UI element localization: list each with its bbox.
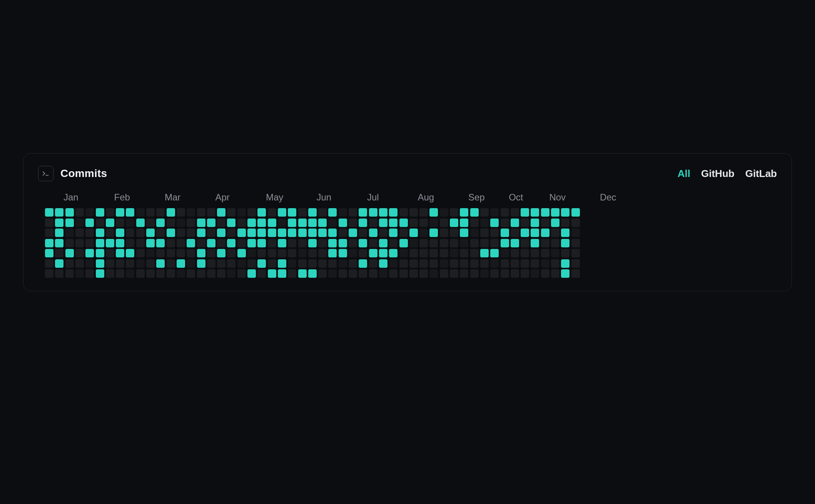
heatmap-cell[interactable] xyxy=(561,219,569,227)
heatmap-cell[interactable] xyxy=(511,239,519,247)
heatmap-cell[interactable] xyxy=(55,208,63,217)
filter-tab-gitlab[interactable]: GitLab xyxy=(745,168,777,180)
heatmap-cell[interactable] xyxy=(207,249,215,257)
heatmap-cell[interactable] xyxy=(96,239,104,247)
heatmap-cell[interactable] xyxy=(136,239,145,247)
heatmap-cell[interactable] xyxy=(167,259,175,268)
heatmap-cell[interactable] xyxy=(156,239,165,247)
heatmap-cell[interactable] xyxy=(187,249,195,257)
heatmap-cell[interactable] xyxy=(268,249,276,257)
heatmap-cell[interactable] xyxy=(308,229,317,237)
heatmap-cell[interactable] xyxy=(450,219,458,227)
heatmap-cell[interactable] xyxy=(197,249,205,257)
heatmap-cell[interactable] xyxy=(106,239,114,247)
heatmap-cell[interactable] xyxy=(389,219,397,227)
heatmap-cell[interactable] xyxy=(429,259,438,268)
heatmap-cell[interactable] xyxy=(268,208,276,217)
heatmap-cell[interactable] xyxy=(126,208,134,217)
heatmap-cell[interactable] xyxy=(551,269,559,278)
heatmap-cell[interactable] xyxy=(561,259,569,268)
heatmap-cell[interactable] xyxy=(501,259,509,268)
heatmap-cell[interactable] xyxy=(389,208,397,217)
heatmap-cell[interactable] xyxy=(156,259,165,268)
contribution-heatmap[interactable] xyxy=(45,208,781,278)
heatmap-cell[interactable] xyxy=(227,208,235,217)
heatmap-cell[interactable] xyxy=(288,249,296,257)
heatmap-cell[interactable] xyxy=(116,229,124,237)
heatmap-cell[interactable] xyxy=(197,229,205,237)
heatmap-cell[interactable] xyxy=(55,219,63,227)
heatmap-cell[interactable] xyxy=(278,229,286,237)
heatmap-cell[interactable] xyxy=(247,249,256,257)
heatmap-cell[interactable] xyxy=(227,239,235,247)
heatmap-cell[interactable] xyxy=(85,219,94,227)
heatmap-cell[interactable] xyxy=(278,219,286,227)
heatmap-cell[interactable] xyxy=(409,229,418,237)
heatmap-cell[interactable] xyxy=(65,208,74,217)
heatmap-cell[interactable] xyxy=(257,269,266,278)
heatmap-cell[interactable] xyxy=(75,208,84,217)
heatmap-cell[interactable] xyxy=(480,269,489,278)
heatmap-cell[interactable] xyxy=(65,249,74,257)
heatmap-cell[interactable] xyxy=(511,219,519,227)
heatmap-cell[interactable] xyxy=(328,219,337,227)
heatmap-cell[interactable] xyxy=(531,249,539,257)
heatmap-cell[interactable] xyxy=(541,219,549,227)
heatmap-cell[interactable] xyxy=(541,249,549,257)
heatmap-cell[interactable] xyxy=(288,208,296,217)
heatmap-cell[interactable] xyxy=(146,249,155,257)
heatmap-cell[interactable] xyxy=(561,239,569,247)
heatmap-cell[interactable] xyxy=(298,269,307,278)
heatmap-cell[interactable] xyxy=(490,259,499,268)
heatmap-cell[interactable] xyxy=(136,249,145,257)
heatmap-cell[interactable] xyxy=(460,229,468,237)
heatmap-cell[interactable] xyxy=(217,239,225,247)
heatmap-cell[interactable] xyxy=(207,219,215,227)
heatmap-cell[interactable] xyxy=(197,239,205,247)
heatmap-cell[interactable] xyxy=(571,259,580,268)
heatmap-cell[interactable] xyxy=(511,208,519,217)
heatmap-cell[interactable] xyxy=(328,249,337,257)
heatmap-cell[interactable] xyxy=(75,259,84,268)
heatmap-cell[interactable] xyxy=(197,219,205,227)
heatmap-cell[interactable] xyxy=(257,259,266,268)
heatmap-cell[interactable] xyxy=(247,219,256,227)
heatmap-cell[interactable] xyxy=(460,259,468,268)
heatmap-cell[interactable] xyxy=(490,239,499,247)
heatmap-cell[interactable] xyxy=(96,208,104,217)
heatmap-cell[interactable] xyxy=(65,269,74,278)
heatmap-cell[interactable] xyxy=(480,259,489,268)
heatmap-cell[interactable] xyxy=(450,208,458,217)
heatmap-cell[interactable] xyxy=(136,259,145,268)
heatmap-cell[interactable] xyxy=(308,269,317,278)
heatmap-cell[interactable] xyxy=(521,249,529,257)
heatmap-cell[interactable] xyxy=(247,229,256,237)
heatmap-cell[interactable] xyxy=(349,259,357,268)
heatmap-cell[interactable] xyxy=(45,229,53,237)
heatmap-cell[interactable] xyxy=(349,269,357,278)
heatmap-cell[interactable] xyxy=(278,259,286,268)
heatmap-cell[interactable] xyxy=(167,239,175,247)
heatmap-cell[interactable] xyxy=(126,249,134,257)
heatmap-cell[interactable] xyxy=(278,249,286,257)
heatmap-cell[interactable] xyxy=(541,229,549,237)
heatmap-cell[interactable] xyxy=(247,269,256,278)
heatmap-cell[interactable] xyxy=(227,259,235,268)
heatmap-cell[interactable] xyxy=(409,239,418,247)
heatmap-cell[interactable] xyxy=(177,208,185,217)
heatmap-cell[interactable] xyxy=(288,219,296,227)
heatmap-cell[interactable] xyxy=(369,269,377,278)
heatmap-cell[interactable] xyxy=(318,259,327,268)
heatmap-cell[interactable] xyxy=(551,239,559,247)
heatmap-cell[interactable] xyxy=(551,259,559,268)
heatmap-cell[interactable] xyxy=(177,219,185,227)
filter-tab-github[interactable]: GitHub xyxy=(701,168,735,180)
filter-tab-all[interactable]: All xyxy=(678,168,690,180)
heatmap-cell[interactable] xyxy=(55,249,63,257)
heatmap-cell[interactable] xyxy=(55,239,63,247)
heatmap-cell[interactable] xyxy=(561,249,569,257)
heatmap-cell[interactable] xyxy=(45,269,53,278)
heatmap-cell[interactable] xyxy=(409,219,418,227)
heatmap-cell[interactable] xyxy=(45,249,53,257)
heatmap-cell[interactable] xyxy=(470,249,479,257)
